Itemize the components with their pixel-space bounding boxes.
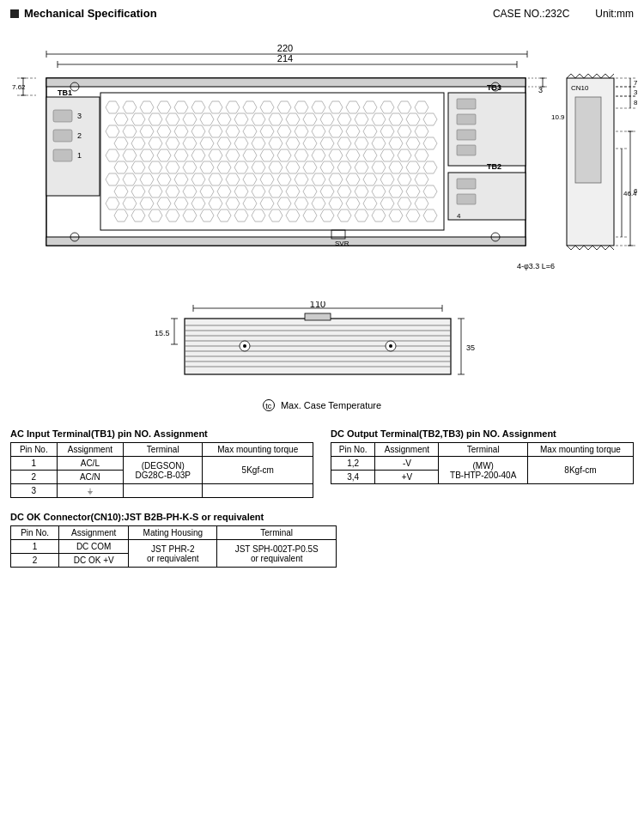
svg-text:46.4: 46.4 xyxy=(623,190,637,197)
ac-assign-2: AC/N xyxy=(57,471,123,484)
svg-text:TB1: TB1 xyxy=(58,88,72,97)
ac-col-torque: Max mounting torque xyxy=(203,443,313,457)
ok-col-assignment: Assignment xyxy=(59,526,129,540)
dc-col-assignment: Assignment xyxy=(375,443,439,457)
unit: Unit:mm xyxy=(595,8,634,20)
ok-assign-1: DC COM xyxy=(59,540,129,554)
bottom-diagram-svg: 110 15.5 35 xyxy=(107,301,537,396)
dc-torque-1: 8Kgf-cm xyxy=(527,457,633,484)
svg-text:CN10: CN10 xyxy=(571,84,589,92)
ok-col-pinno: Pin No. xyxy=(11,526,59,540)
svg-text:7.62: 7.62 xyxy=(12,83,26,91)
ok-pin-2: 2 xyxy=(11,554,59,568)
svg-rect-30 xyxy=(457,130,476,140)
ac-col-terminal: Terminal xyxy=(124,443,203,457)
svg-rect-20 xyxy=(53,110,72,122)
title-text: Mechanical Specification xyxy=(24,7,157,20)
svg-point-99 xyxy=(243,344,246,348)
tables-section: AC Input Terminal(TB1) pin NO. Assignmen… xyxy=(10,428,634,498)
dc-ok-block: DC OK Connector(CN10):JST B2B-PH-K-S or … xyxy=(10,512,634,568)
header-info: CASE NO.:232C Unit:mm xyxy=(493,8,634,20)
svg-rect-41 xyxy=(575,97,601,183)
section-title: Mechanical Specification xyxy=(10,7,157,20)
dc-pin-12: 1,2 xyxy=(331,457,375,471)
svg-text:2: 2 xyxy=(77,131,82,140)
ok-col-terminal: Terminal xyxy=(217,526,337,540)
svg-rect-80 xyxy=(185,319,451,374)
svg-text:4: 4 xyxy=(457,212,461,220)
dc-col-terminal: Terminal xyxy=(439,443,527,457)
tc-circle-icon: tc xyxy=(263,399,275,411)
ac-torque-1: 5Kgf-cm xyxy=(203,457,313,484)
dc-col-torque: Max mounting torque xyxy=(527,443,633,457)
ok-pin-1: 1 xyxy=(11,540,59,554)
svg-rect-16 xyxy=(46,237,526,246)
svg-text:110: 110 xyxy=(310,301,325,309)
page-header: Mechanical Specification CASE NO.:232C U… xyxy=(10,7,634,20)
ac-terminal-3 xyxy=(124,484,203,498)
ac-pin-1: 1 xyxy=(11,457,58,471)
svg-rect-28 xyxy=(457,99,476,109)
svg-rect-34 xyxy=(457,179,476,189)
ac-col-assignment: Assignment xyxy=(57,443,123,457)
tc-label: tc Max. Case Temperature xyxy=(10,399,634,411)
ac-input-title: AC Input Terminal(TB1) pin NO. Assignmen… xyxy=(10,428,313,439)
svg-text:3: 3 xyxy=(538,86,543,94)
ac-col-pinno: Pin No. xyxy=(11,443,58,457)
dc-output-table: Pin No. Assignment Terminal Max mounting… xyxy=(331,442,634,484)
bottom-diagram: 110 15.5 35 xyxy=(10,301,634,396)
svg-rect-31 xyxy=(457,145,476,155)
case-no: CASE NO.:232C xyxy=(493,8,569,20)
ac-terminal-1: (DEGSON)DG28C-B-03P xyxy=(124,457,203,484)
table-row: 1,2 -V (MW)TB-HTP-200-40A 8Kgf-cm xyxy=(331,457,634,471)
svg-text:SVR: SVR xyxy=(335,240,349,247)
ac-pin-2: 2 xyxy=(11,471,58,484)
dc-ok-title: DC OK Connector(CN10):JST B2B-PH-K-S or … xyxy=(10,512,634,522)
svg-text:1: 1 xyxy=(77,151,82,160)
svg-text:7.8: 7.8 xyxy=(634,79,637,87)
ok-col-housing: Mating Housing xyxy=(129,526,217,540)
ok-assign-2: DC OK +V xyxy=(59,554,129,568)
svg-rect-24 xyxy=(53,149,72,161)
title-icon xyxy=(10,9,19,18)
dc-terminal-1: (MW)TB-HTP-200-40A xyxy=(439,457,527,484)
table-row: 1 AC/L (DEGSON)DG28C-B-03P 5Kgf-cm xyxy=(11,457,313,471)
mechanical-diagram: 220 214 3 xyxy=(10,28,634,295)
tc-text: Max. Case Temperature xyxy=(281,400,381,410)
ac-assign-3: ⏚ xyxy=(57,484,123,498)
svg-text:220: 220 xyxy=(277,43,293,53)
ok-terminal-1: JST SPH-002T-P0.5Sor requivalent xyxy=(217,540,337,568)
dc-output-title: DC Output Terminal(TB2,TB3) pin NO. Assi… xyxy=(331,428,634,439)
svg-text:TB2: TB2 xyxy=(487,162,501,171)
svg-text:10.9: 10.9 xyxy=(551,113,565,121)
svg-rect-15 xyxy=(46,78,526,87)
dc-assign-34: +V xyxy=(375,471,439,484)
svg-text:214: 214 xyxy=(277,53,293,64)
ac-input-table: Pin No. Assignment Terminal Max mounting… xyxy=(10,442,313,498)
table-row: 1 DC COM JST PHR-2or requivalent JST SPH… xyxy=(11,540,337,554)
svg-text:8.5: 8.5 xyxy=(634,99,637,106)
svg-text:15.5: 15.5 xyxy=(155,329,170,337)
dc-output-block: DC Output Terminal(TB2,TB3) pin NO. Assi… xyxy=(331,428,634,484)
svg-text:3: 3 xyxy=(77,112,82,120)
dc-ok-table: Pin No. Assignment Mating Housing Termin… xyxy=(10,525,337,568)
ok-housing-1: JST PHR-2or requivalent xyxy=(129,540,217,568)
ac-input-block: AC Input Terminal(TB1) pin NO. Assignmen… xyxy=(10,428,313,498)
top-diagram-svg: 220 214 3 xyxy=(10,28,637,295)
ac-pin-3: 3 xyxy=(11,484,58,498)
dc-pin-34: 3,4 xyxy=(331,471,375,484)
svg-text:3.25: 3.25 xyxy=(634,88,637,96)
svg-point-101 xyxy=(389,344,392,348)
svg-rect-29 xyxy=(457,114,476,124)
ac-torque-3 xyxy=(203,484,313,498)
svg-rect-35 xyxy=(457,194,476,204)
ac-assign-1: AC/L xyxy=(57,457,123,471)
table-row: 3 ⏚ xyxy=(11,484,313,498)
dc-col-pinno: Pin No. xyxy=(331,443,375,457)
svg-rect-22 xyxy=(53,130,72,142)
dc-assign-12: -V xyxy=(375,457,439,471)
svg-text:4-φ3.3 L=6: 4-φ3.3 L=6 xyxy=(517,262,555,270)
svg-rect-102 xyxy=(305,313,331,320)
svg-text:35: 35 xyxy=(466,343,475,352)
